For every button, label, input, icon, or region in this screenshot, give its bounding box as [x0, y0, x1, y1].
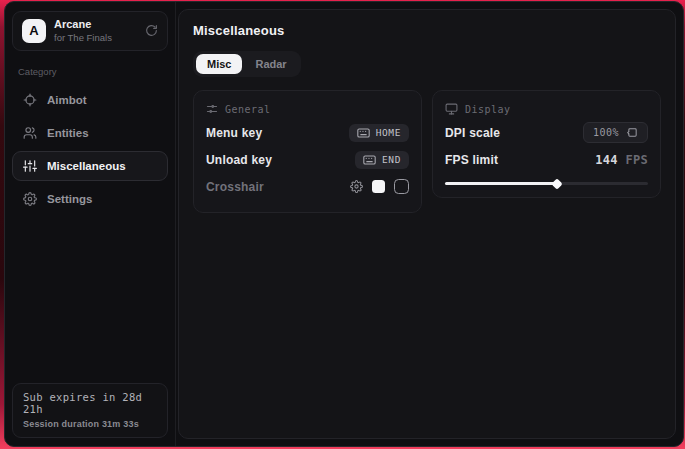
sidebar-item-label: Miscellaneous: [47, 160, 126, 172]
crosshair-checkbox[interactable]: [394, 179, 409, 194]
app-subtitle: for The Finals: [54, 32, 112, 44]
dpi-scale-selector[interactable]: 100%: [583, 122, 648, 143]
content-panel: Miscellaneous Misc Radar General Menu ke…: [178, 9, 676, 439]
sliders-horizontal-icon: [206, 103, 218, 115]
crosshair-settings-gear-icon[interactable]: [350, 180, 363, 193]
fps-limit-value: 144 FPS: [595, 153, 648, 167]
dpi-scale-label: DPI scale: [445, 126, 500, 140]
keyboard-icon: [357, 128, 370, 138]
app-title: Arcane: [54, 18, 112, 32]
monitor-icon: [445, 103, 458, 115]
sidebar-item-label: Aimbot: [47, 94, 87, 106]
fps-slider-fill: [445, 182, 557, 185]
crosshair-color-swatch[interactable]: [372, 180, 385, 193]
fps-limit-row: FPS limit 144 FPS: [445, 146, 648, 173]
sidebar: A Arcane for The Finals Category Aimbot: [5, 2, 176, 446]
general-card: General Menu key HOME Unload key: [193, 90, 422, 213]
app-logo: A: [22, 19, 46, 43]
menu-key-bind-button[interactable]: HOME: [349, 124, 409, 142]
keyboard-icon: [363, 155, 376, 165]
sidebar-nav: Aimbot Entities Miscellaneous Settings: [12, 85, 168, 214]
menu-key-label: Menu key: [206, 126, 262, 140]
dpi-scale-value: 100%: [593, 127, 619, 138]
app-window: A Arcane for The Finals Category Aimbot: [4, 1, 684, 447]
subscription-info: Sub expires in 28d 21h Session duration …: [12, 383, 168, 438]
refresh-icon[interactable]: [145, 24, 158, 37]
sliders-icon: [23, 159, 37, 173]
sidebar-item-aimbot[interactable]: Aimbot: [12, 85, 168, 115]
users-icon: [23, 126, 37, 140]
display-card-title: Display: [465, 104, 511, 115]
page-title: Miscellaneous: [193, 23, 661, 38]
main-area: Miscellaneous Misc Radar General Menu ke…: [176, 2, 683, 446]
display-card-header: Display: [445, 101, 648, 119]
session-duration-text: Session duration 31m 33s: [23, 419, 157, 429]
dpi-scale-row: DPI scale 100%: [445, 119, 648, 146]
fps-slider-thumb[interactable]: [551, 178, 562, 189]
cycle-icon: [627, 127, 638, 138]
sidebar-item-label: Settings: [47, 193, 92, 205]
general-card-header: General: [206, 101, 409, 119]
gear-icon: [23, 192, 37, 206]
sidebar-item-settings[interactable]: Settings: [12, 184, 168, 214]
fps-number: 144: [595, 153, 618, 167]
crosshair-label: Crosshair: [206, 180, 264, 194]
sub-expiry-text: Sub expires in 28d 21h: [23, 391, 157, 415]
sidebar-item-miscellaneous[interactable]: Miscellaneous: [12, 151, 168, 181]
unload-key-bind-button[interactable]: END: [355, 151, 409, 169]
category-label: Category: [18, 66, 162, 77]
sidebar-item-entities[interactable]: Entities: [12, 118, 168, 148]
crosshair-controls: [350, 179, 409, 194]
general-card-title: General: [225, 104, 271, 115]
crosshair-row: Crosshair: [206, 173, 409, 200]
brand-card: A Arcane for The Finals: [12, 11, 168, 51]
brand-text: Arcane for The Finals: [54, 18, 112, 44]
unload-key-label: Unload key: [206, 153, 272, 167]
fps-limit-label: FPS limit: [445, 153, 498, 167]
menu-key-row: Menu key HOME: [206, 119, 409, 146]
fps-limit-slider[interactable]: [445, 182, 648, 185]
cards-row: General Menu key HOME Unload key: [193, 90, 661, 213]
tab-misc[interactable]: Misc: [196, 54, 242, 74]
unload-key-row: Unload key END: [206, 146, 409, 173]
menu-key-value: HOME: [376, 127, 401, 138]
tab-bar: Misc Radar: [193, 51, 301, 77]
crosshair-icon: [23, 93, 37, 107]
sidebar-item-label: Entities: [47, 127, 89, 139]
unload-key-value: END: [382, 154, 401, 165]
tab-radar[interactable]: Radar: [244, 54, 297, 74]
fps-unit: FPS: [625, 153, 648, 167]
display-card: Display DPI scale 100% FPS limit: [432, 90, 661, 198]
